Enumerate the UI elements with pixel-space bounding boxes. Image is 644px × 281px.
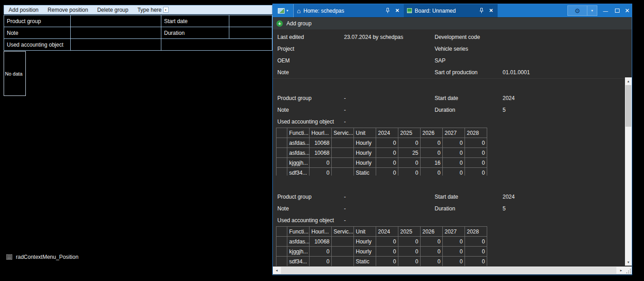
row-selector[interactable]	[276, 158, 287, 168]
minimize-button[interactable]: —	[600, 4, 611, 17]
cell-function[interactable]: sdf34...	[287, 257, 310, 267]
resize-grip[interactable]	[625, 267, 632, 274]
column-header-hourly[interactable]: Hourl...	[310, 128, 332, 138]
pin-icon[interactable]	[478, 7, 485, 14]
cell-function[interactable]: kjggjh...	[287, 158, 310, 168]
cell-2024[interactable]: 0	[376, 237, 398, 247]
cell-2028[interactable]: 0	[465, 237, 487, 247]
cell-2026[interactable]: 0	[421, 138, 443, 148]
column-header-2025[interactable]: 2025	[398, 227, 421, 237]
row-selector[interactable]	[276, 257, 287, 267]
cell-service[interactable]	[332, 158, 354, 168]
cell-function[interactable]: asfdas...	[287, 237, 310, 247]
cell-2028[interactable]: 0	[465, 168, 487, 176]
vertical-scrollbar[interactable]: ▲ ▼	[625, 77, 632, 266]
cell-unit[interactable]: Static	[354, 168, 376, 176]
maximize-button[interactable]	[612, 4, 623, 17]
cell-2025[interactable]: 0	[398, 168, 421, 176]
row-selector[interactable]	[276, 237, 287, 247]
menu-item-add-position[interactable]: Add position	[4, 5, 43, 14]
scroll-down-arrow-icon[interactable]: ▼	[625, 258, 632, 266]
cell-hourly[interactable]: 10068	[310, 237, 332, 247]
cell-service[interactable]	[332, 247, 354, 257]
settings-split-button[interactable]: ⚙ ▾	[567, 5, 597, 16]
cell-service[interactable]	[332, 257, 354, 267]
grid-value-cell[interactable]	[229, 27, 272, 38]
cell-2025[interactable]: 0	[398, 138, 421, 148]
cell-2027[interactable]: 0	[443, 138, 465, 148]
row-selector[interactable]	[276, 138, 287, 148]
vertical-scrollbar-thumb[interactable]	[625, 85, 631, 127]
cell-hourly[interactable]: 0	[310, 247, 332, 257]
add-group-button[interactable]: + Add group	[273, 18, 632, 29]
cell-2027[interactable]: 0	[443, 148, 465, 158]
row-selector[interactable]	[276, 148, 287, 158]
grid-value-cell[interactable]	[161, 39, 272, 50]
cell-2026[interactable]: 16	[421, 158, 443, 168]
cell-2024[interactable]: 0	[376, 148, 398, 158]
cell-2025[interactable]: 0	[398, 257, 421, 267]
cell-2025[interactable]: 0	[398, 247, 421, 257]
column-header-2026[interactable]: 2026	[421, 128, 443, 138]
cell-2027[interactable]: 0	[443, 168, 465, 176]
scroll-up-arrow-icon[interactable]: ▲	[625, 77, 632, 85]
cell-function[interactable]: kjggjh...	[287, 247, 310, 257]
grid-value-cell[interactable]	[71, 39, 161, 50]
window-system-tab[interactable]: ▾	[273, 4, 294, 17]
cell-hourly[interactable]: 0	[310, 168, 332, 176]
tab-close-icon[interactable]: ✕	[394, 7, 401, 14]
column-header-2025[interactable]: 2025	[398, 128, 421, 138]
cell-2025[interactable]: 0	[398, 237, 421, 247]
grid-label-cell[interactable]: Used accounting object	[4, 39, 71, 50]
chevron-down-icon[interactable]: ▾	[286, 9, 288, 13]
cell-2026[interactable]: 0	[421, 257, 443, 267]
menu-item-remove-position[interactable]: Remove position	[43, 5, 92, 14]
grid-label-cell[interactable]: Start date	[161, 15, 229, 27]
cell-2024[interactable]: 0	[376, 257, 398, 267]
column-header-2026[interactable]: 2026	[421, 227, 443, 237]
cell-hourly[interactable]: 0	[310, 158, 332, 168]
column-header-unit[interactable]: Unit	[354, 227, 376, 237]
cell-2027[interactable]: 0	[443, 257, 465, 267]
grid-value-cell[interactable]	[71, 27, 161, 38]
cell-2026[interactable]: 0	[421, 237, 443, 247]
cell-2024[interactable]: 0	[376, 247, 398, 257]
menu-item-delete-group[interactable]: Delete group	[92, 5, 133, 14]
component-tray-item[interactable]: radContextMenu_Position	[6, 254, 78, 260]
cell-function[interactable]: sdf34...	[287, 168, 310, 176]
cell-service[interactable]	[332, 168, 354, 176]
column-header-service[interactable]: Servic...	[332, 227, 354, 237]
horizontal-scrollbar-thumb[interactable]	[281, 267, 616, 274]
column-header-function[interactable]: Functi...	[287, 128, 310, 138]
cell-unit[interactable]: Hourly	[354, 247, 376, 257]
column-header-2028[interactable]: 2028	[465, 128, 487, 138]
tab-board-unnamed[interactable]: Board: Unnamed ✕	[404, 4, 498, 17]
tab-close-icon[interactable]: ✕	[488, 7, 494, 14]
cell-2025[interactable]: 0	[398, 158, 421, 168]
column-header-hourly[interactable]: Hourl...	[310, 227, 332, 237]
cell-2025[interactable]: 25	[398, 148, 421, 158]
cell-service[interactable]	[332, 138, 354, 148]
cell-2028[interactable]: 0	[465, 257, 487, 267]
tab-home-schedpas[interactable]: ⌂ Home: schedpas ✕	[294, 4, 404, 17]
cell-service[interactable]	[332, 237, 354, 247]
column-header-2027[interactable]: 2027	[443, 227, 465, 237]
grid-label-cell[interactable]: Product group	[4, 15, 71, 27]
no-data-listbox[interactable]: No data	[4, 51, 26, 96]
column-header-service[interactable]: Servic...	[332, 128, 354, 138]
grid-corner-cell[interactable]	[276, 227, 287, 237]
cell-2028[interactable]: 0	[465, 158, 487, 168]
cell-hourly[interactable]: 0	[310, 257, 332, 267]
cell-function[interactable]: asfdas...	[287, 148, 310, 158]
column-header-unit[interactable]: Unit	[354, 128, 376, 138]
column-header-2024[interactable]: 2024	[376, 128, 398, 138]
gear-icon[interactable]: ⚙	[568, 6, 587, 15]
cell-2024[interactable]: 0	[376, 168, 398, 176]
scroll-right-arrow-icon[interactable]: ►	[617, 267, 625, 274]
row-selector[interactable]	[276, 168, 287, 176]
horizontal-scrollbar[interactable]: ◄ ►	[273, 267, 625, 274]
scroll-left-arrow-icon[interactable]: ◄	[273, 267, 281, 274]
cell-2027[interactable]: 0	[443, 237, 465, 247]
cell-2027[interactable]: 0	[443, 247, 465, 257]
menu-item-type-here[interactable]: Type here ▾	[133, 5, 173, 14]
